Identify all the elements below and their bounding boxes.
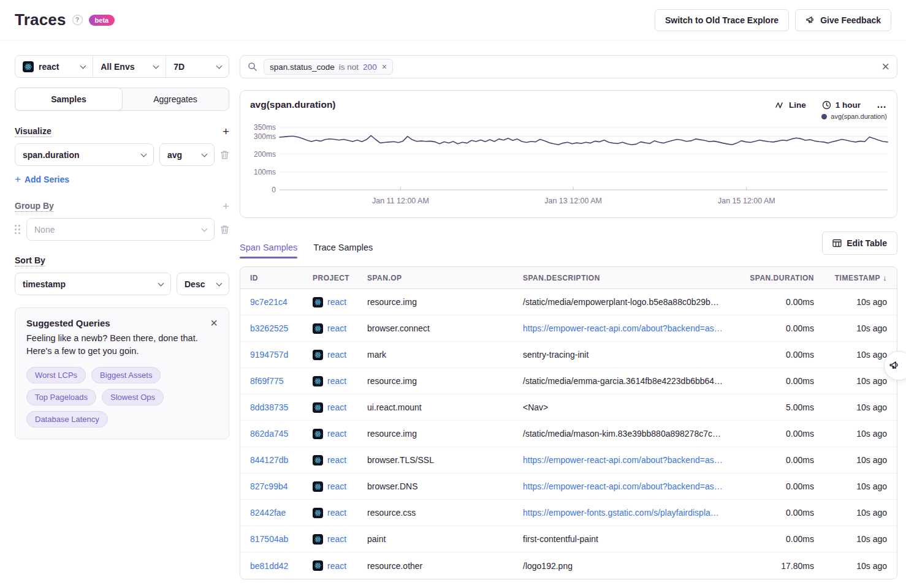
add-series-button[interactable]: + Add Series: [15, 173, 69, 186]
suggested-queries-card: Suggested Queries × Feeling like a newb?…: [15, 307, 229, 439]
span-description: /static/media/empowerplant-logo.b5e8a88c…: [523, 297, 734, 307]
span-id-link[interactable]: 827c99b4: [250, 481, 288, 491]
span-id-link[interactable]: 9c7e21c4: [250, 297, 287, 307]
column-header-timestamp[interactable]: TIMESTAMP↓: [814, 273, 887, 282]
react-project-icon: [313, 560, 323, 571]
date-range-selector[interactable]: 7D: [166, 56, 229, 77]
visualize-field-dropdown[interactable]: span.duration: [15, 143, 154, 166]
span-id-link[interactable]: 8f69f775: [250, 376, 284, 386]
span-description-link[interactable]: https://empower-react-api.com/about?back…: [523, 455, 723, 465]
suggested-queries-body: Feeling like a newb? Been there, done th…: [26, 332, 218, 358]
suggested-query-chip[interactable]: Top Pageloads: [26, 389, 96, 405]
tab-trace-samples[interactable]: Trace Samples: [313, 243, 373, 258]
sort-field-dropdown[interactable]: timestamp: [15, 273, 171, 295]
span-id-link[interactable]: 844127db: [250, 455, 288, 465]
filter-token[interactable]: span.status_code is not 200 ×: [264, 59, 393, 75]
add-visualize-button[interactable]: +: [223, 126, 229, 137]
suggested-queries-title: Suggested Queries: [26, 318, 110, 328]
give-feedback-button[interactable]: Give Feedback: [795, 9, 891, 31]
project-link[interactable]: react: [327, 429, 346, 439]
chart-type-toggle[interactable]: Line: [775, 100, 806, 110]
suggested-query-chip[interactable]: Slowest Ops: [102, 389, 164, 405]
megaphone-icon: [889, 360, 900, 371]
add-group-by-button[interactable]: +: [223, 200, 229, 212]
remove-filter-icon[interactable]: ×: [382, 62, 387, 72]
project-link[interactable]: react: [327, 534, 346, 544]
span-description-link[interactable]: https://empower-react-api.com/about?back…: [523, 323, 723, 333]
environment-selector[interactable]: All Envs: [93, 56, 166, 77]
column-header-span.op[interactable]: SPAN.OP: [367, 274, 523, 282]
clear-search-icon[interactable]: ×: [881, 60, 889, 74]
chevron-down-icon: [80, 62, 86, 69]
group-by-heading: Group By: [15, 201, 54, 212]
span-duration: 0.00ms: [734, 455, 814, 465]
react-project-icon: [313, 534, 323, 545]
sort-direction-dropdown[interactable]: Desc: [177, 273, 229, 295]
span-duration: 0.00ms: [734, 376, 814, 386]
chart-title: avg(span.duration): [250, 99, 336, 110]
svg-text:200ms: 200ms: [254, 150, 276, 159]
group-by-dropdown[interactable]: None: [26, 218, 215, 241]
tab-samples[interactable]: Samples: [15, 88, 123, 111]
sort-by-heading: Sort By: [15, 255, 45, 266]
close-icon[interactable]: ×: [210, 318, 218, 328]
project-link[interactable]: react: [327, 297, 346, 307]
visualize-heading: Visualize: [15, 126, 51, 137]
suggested-query-chips: Worst LCPsBiggest AssetsTop PageloadsSlo…: [26, 367, 218, 428]
span-op: mark: [367, 350, 523, 360]
help-icon[interactable]: ?: [72, 15, 83, 25]
span-id-link[interactable]: 817504ab: [250, 534, 288, 544]
edit-table-button[interactable]: Edit Table: [822, 232, 897, 255]
table-row: 8dd38735reactui.react.mount<Nav>5.00ms10…: [240, 394, 897, 421]
tab-aggregates[interactable]: Aggregates: [122, 88, 229, 110]
delete-group-by-icon[interactable]: [220, 225, 229, 235]
visualize-aggregate-dropdown[interactable]: avg: [159, 143, 215, 166]
table-row: 9194757dreactmarksentry-tracing-init0.00…: [240, 342, 897, 368]
span-id-link[interactable]: be81dd42: [250, 561, 288, 571]
project-link[interactable]: react: [327, 402, 346, 412]
chart-interval-selector[interactable]: 1 hour: [822, 100, 861, 110]
span-duration: 0.00ms: [734, 481, 814, 491]
project-link[interactable]: react: [327, 350, 346, 360]
timestamp: 10s ago: [856, 481, 887, 491]
span-description-link[interactable]: https://empower-fonts.gstatic.com/s/play…: [523, 508, 719, 518]
span-description: <Nav>: [523, 402, 734, 412]
span-id-link[interactable]: 82442fae: [250, 508, 286, 518]
chevron-down-icon: [158, 280, 164, 286]
search-bar[interactable]: span.status_code is not 200 × ×: [240, 55, 897, 78]
line-chart[interactable]: 350ms300ms200ms100ms0Jan 11 12:00 AMJan …: [250, 121, 887, 215]
span-id-link[interactable]: 9194757d: [250, 350, 288, 360]
timestamp: 10s ago: [856, 376, 887, 386]
suggested-query-chip[interactable]: Database Latency: [26, 411, 108, 428]
column-header-span.duration[interactable]: SPAN.DURATION: [734, 274, 814, 282]
project-link[interactable]: react: [327, 455, 346, 465]
project-selector[interactable]: react: [15, 56, 93, 77]
drag-handle[interactable]: [15, 225, 21, 235]
chart-legend-item[interactable]: avg(span.duration): [250, 113, 887, 120]
table-row: 862da745reactresource.img/static/media/m…: [240, 421, 897, 447]
line-chart-icon: [775, 101, 785, 109]
table-row: b3262525reactbrowser.connecthttps://empo…: [240, 315, 897, 342]
project-link[interactable]: react: [327, 508, 346, 518]
span-id-link[interactable]: b3262525: [250, 323, 288, 333]
span-duration: 0.00ms: [734, 429, 814, 439]
span-description-link[interactable]: https://empower-react-api.com/about?back…: [523, 481, 723, 491]
column-header-id[interactable]: ID: [250, 274, 313, 282]
span-duration: 17.80ms: [734, 561, 814, 571]
column-header-span.description[interactable]: SPAN.DESCRIPTION: [523, 274, 734, 282]
span-id-link[interactable]: 862da745: [250, 429, 288, 439]
project-link[interactable]: react: [327, 323, 346, 333]
chart-menu-button[interactable]: …: [877, 99, 887, 110]
project-link[interactable]: react: [327, 376, 346, 386]
project-link[interactable]: react: [327, 481, 346, 491]
delete-series-icon[interactable]: [220, 150, 229, 160]
project-link[interactable]: react: [327, 561, 346, 571]
suggested-query-chip[interactable]: Biggest Assets: [91, 367, 161, 383]
switch-old-explore-button[interactable]: Switch to Old Trace Explore: [655, 9, 789, 31]
column-header-project[interactable]: PROJECT: [313, 274, 367, 282]
table-header-row: IDPROJECTSPAN.OPSPAN.DESCRIPTIONSPAN.DUR…: [240, 267, 897, 289]
chevron-down-icon: [202, 151, 208, 157]
suggested-query-chip[interactable]: Worst LCPs: [26, 367, 86, 383]
span-id-link[interactable]: 8dd38735: [250, 402, 288, 412]
tab-span-samples[interactable]: Span Samples: [240, 243, 297, 258]
